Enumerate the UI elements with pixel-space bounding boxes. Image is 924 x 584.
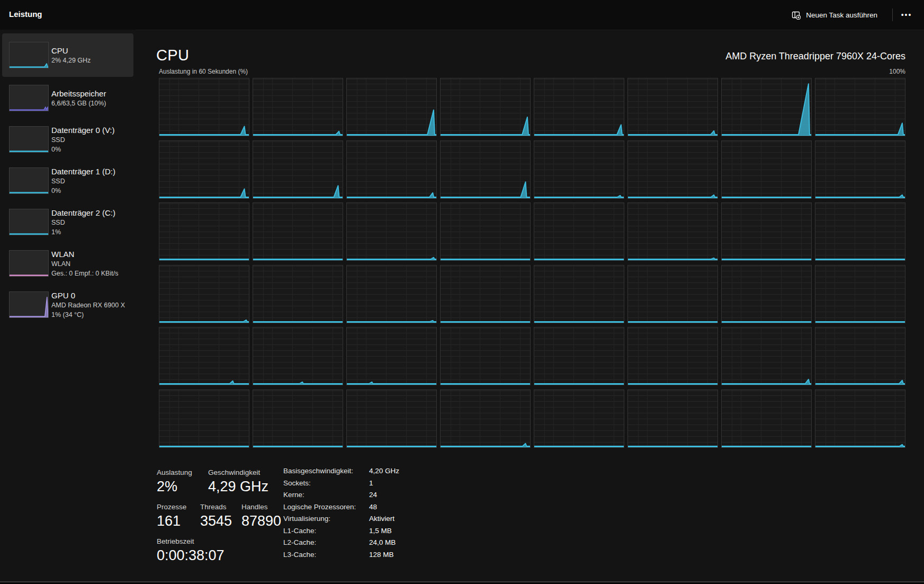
core-graph [534, 78, 624, 136]
core-graph [440, 202, 531, 261]
core-graph [159, 140, 249, 199]
sidebar-item-memory[interactable]: Arbeitsspeicher 6,6/63,5 GB (10%) [2, 77, 133, 119]
core-graph [346, 265, 437, 323]
sidebar-item-cpu[interactable]: CPU 2% 4,29 GHz [2, 33, 133, 77]
stat-threads: Threads 3545 [200, 502, 232, 529]
stat-label: Prozesse [157, 502, 186, 511]
stat-value: 2% [157, 478, 192, 495]
core-graph [534, 327, 624, 385]
core-graph [159, 390, 249, 448]
core-graph [534, 140, 624, 199]
sidebar-item-sub: AMD Radeon RX 6900 X [51, 300, 131, 310]
sidebar-item-sub2: 0% [51, 186, 131, 196]
core-graph [534, 202, 624, 261]
sidebar-item-sub: 6,6/63,5 GB (10%) [51, 99, 131, 108]
sidebar-item-title: Datenträger 2 (C:) [51, 208, 131, 218]
core-graph [159, 327, 249, 385]
graph-max-label: 100% [800, 68, 905, 75]
stat-value: 0:00:38:07 [157, 547, 225, 564]
core-graph [627, 78, 718, 136]
core-graph [815, 140, 905, 199]
core-graph [253, 202, 343, 261]
detail-row-l1-cache: L1-Cache: 1,5 MB [283, 527, 399, 535]
core-graph [815, 390, 905, 448]
core-graph [627, 390, 718, 448]
wlan-mini-graph [9, 250, 49, 277]
core-graph [253, 327, 343, 385]
core-graph [346, 202, 437, 261]
core-graph [721, 140, 812, 199]
stat-uptime: Betriebszeit 0:00:38:07 [157, 537, 225, 564]
core-graph [721, 78, 812, 136]
core-graph [815, 327, 905, 385]
stat-value: 161 [157, 512, 186, 529]
sidebar-item-gpu[interactable]: GPU 0 AMD Radeon RX 6900 X 1% (34 °C) [2, 284, 133, 325]
sidebar-item-title: GPU 0 [51, 290, 131, 300]
core-graph [253, 265, 343, 323]
sidebar-item-title: Datenträger 1 (D:) [51, 166, 131, 176]
stat-processes: Prozesse 161 [157, 502, 186, 529]
disk2-mini-graph [9, 209, 49, 235]
stat-label: Auslastung [157, 468, 192, 477]
core-graph [159, 78, 249, 136]
detail-row-virtualization: Virtualisierung: Aktiviert [283, 515, 399, 523]
logical-processor-grid [159, 78, 905, 448]
detail-row-base-speed: Basisgeschwindigkeit: 4,20 GHz [283, 467, 399, 475]
gpu-mini-graph [9, 291, 49, 318]
stat-value: 87890 [241, 512, 281, 529]
sidebar-item-title: Datenträger 0 (V:) [51, 125, 131, 135]
core-graph [346, 390, 437, 448]
new-task-icon [792, 11, 801, 20]
stat-label: Handles [241, 502, 281, 511]
sidebar-item-sub2: 1% [51, 227, 131, 237]
sidebar-item-disk2[interactable]: Datenträger 2 (C:) SSD 1% [2, 201, 133, 243]
sidebar-item-disk0[interactable]: Datenträger 0 (V:) SSD 0% [2, 119, 133, 160]
detail-row-l3-cache: L3-Cache: 128 MB [283, 551, 399, 559]
core-graph [253, 390, 343, 448]
core-graph [627, 140, 718, 199]
core-graph [534, 390, 624, 448]
disk1-mini-graph [9, 167, 49, 194]
core-graph [440, 327, 531, 385]
detail-row-cores: Kerne: 24 [283, 491, 399, 499]
core-graph [627, 327, 718, 385]
sidebar-item-disk1[interactable]: Datenträger 1 (D:) SSD 0% [2, 160, 133, 201]
more-options-button[interactable]: ••• [896, 7, 917, 22]
cpu-mini-graph [9, 42, 49, 68]
core-graph [440, 265, 531, 323]
topbar: Leistung Neuen Task ausführen ••• [0, 0, 924, 30]
graph-caption: Auslastung in 60 Sekunden (%) [159, 68, 248, 75]
new-task-button[interactable]: Neuen Task ausführen [785, 6, 884, 24]
cpu-page-title: CPU [156, 47, 189, 64]
core-graph [721, 390, 812, 448]
stat-label: Betriebszeit [157, 537, 225, 546]
sidebar-item-wlan[interactable]: WLAN WLAN Ges.: 0 Empf.: 0 KBit/s [2, 243, 133, 284]
topbar-divider [892, 8, 893, 21]
sidebar-item-sub: SSD [51, 135, 131, 145]
core-graph [253, 140, 343, 199]
ellipsis-icon: ••• [901, 11, 912, 19]
stat-value: 3545 [200, 512, 232, 529]
cpu-model-name: AMD Ryzen Threadripper 7960X 24-Cores [429, 51, 905, 62]
sidebar-item-sub: WLAN [51, 259, 131, 269]
memory-mini-graph [9, 85, 49, 111]
core-graph [346, 327, 437, 385]
sidebar-item-title: WLAN [51, 249, 131, 259]
sidebar-item-sub: 2% 4,29 GHz [51, 56, 131, 65]
disk0-mini-graph [9, 126, 49, 153]
core-graph [721, 265, 812, 323]
core-graph [721, 327, 812, 385]
stat-utilization: Auslastung 2% [157, 468, 192, 495]
window-bottom-edge [0, 581, 924, 582]
core-graph [253, 78, 343, 136]
detail-row-sockets: Sockets: 1 [283, 479, 399, 487]
detail-row-logical-processors: Logische Prozessoren: 48 [283, 503, 399, 511]
core-graph [159, 265, 249, 323]
new-task-label: Neuen Task ausführen [806, 11, 877, 19]
sidebar-item-title: Arbeitsspeicher [51, 89, 131, 99]
performance-sidebar: CPU 2% 4,29 GHz Arbeitsspeicher 6,6/63,5… [0, 30, 136, 584]
stat-value: 4,29 GHz [208, 478, 268, 495]
stat-handles: Handles 87890 [241, 502, 281, 529]
page-header-title: Leistung [9, 10, 42, 19]
core-graph [815, 202, 905, 261]
